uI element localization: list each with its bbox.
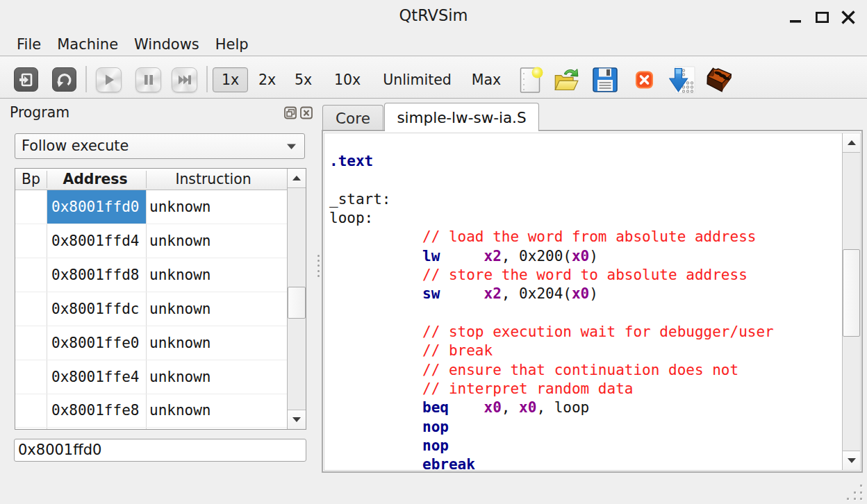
column-header-address[interactable]: Address xyxy=(47,169,144,190)
speed-5x-button[interactable]: 5x xyxy=(286,67,322,92)
code-token-comment: // interpret random data xyxy=(422,380,633,397)
code-token-plain: ) xyxy=(589,248,598,264)
cell-instruction: unknown xyxy=(149,190,211,224)
speed-max-button[interactable]: Max xyxy=(463,67,510,92)
grip-dot xyxy=(854,492,856,494)
grip-dot xyxy=(860,485,862,487)
scroll-down-button[interactable] xyxy=(843,451,860,470)
table-row[interactable]: 0x8001ffe0unknown xyxy=(15,326,287,360)
grip-dot xyxy=(847,498,849,500)
code-line: _start: xyxy=(329,190,839,209)
compile-source-button[interactable] xyxy=(669,67,695,93)
pause-button[interactable] xyxy=(135,67,161,92)
speed-1x-button[interactable]: 1x xyxy=(213,67,248,92)
cell-instruction: unknown xyxy=(149,224,211,258)
follow-mode-combobox[interactable]: Follow execute xyxy=(15,133,305,159)
dock-title: Program xyxy=(10,104,69,121)
code-token-register: x0 xyxy=(484,399,502,416)
code-token-instruction: nop xyxy=(422,437,449,454)
code-token-instruction: nop xyxy=(422,419,449,435)
header-separator xyxy=(146,171,147,188)
code-line: nop xyxy=(329,437,839,455)
save-source-button[interactable] xyxy=(592,67,618,93)
splitter-dot xyxy=(317,260,320,262)
address-input[interactable]: 0x8001ffd0 xyxy=(14,439,306,462)
code-line: // load the word from absolute address xyxy=(329,228,839,246)
code-token-comment: // store the word to absolute address xyxy=(422,267,748,283)
dock-close-button[interactable] xyxy=(300,106,313,119)
table-row[interactable]: 0x8001ffe4unknown xyxy=(15,360,287,394)
speed-10x-button[interactable]: 10x xyxy=(326,67,369,92)
reset-circular-arrow-icon xyxy=(55,70,74,90)
table-row[interactable]: 0x8001ffd4unknown xyxy=(15,224,287,258)
run-button[interactable] xyxy=(96,67,122,92)
chevron-down-icon xyxy=(286,143,297,150)
dock-float-button[interactable] xyxy=(284,106,297,119)
table-row[interactable]: 0x8001ffd8unknown xyxy=(15,258,287,292)
code-line: ebreak xyxy=(329,455,839,471)
column-header-instruction[interactable]: Instruction xyxy=(146,169,281,190)
editor-pane: .text_start:loop:// load the word from a… xyxy=(322,130,863,473)
open-source-button[interactable] xyxy=(554,67,580,93)
speed-unlimited-button[interactable]: Unlimited xyxy=(374,67,461,92)
table-row[interactable]: 0x8001ffd0unknown xyxy=(15,190,287,224)
code-token-plain: , 0x200( xyxy=(502,248,572,264)
code-token-instruction: beq xyxy=(422,399,449,416)
menu-help[interactable]: Help xyxy=(207,33,256,56)
table-body: 0x8001ffd0unknown0x8001ffd4unknown0x8001… xyxy=(15,190,287,429)
brick-icon xyxy=(706,65,732,94)
table-vertical-scrollbar[interactable] xyxy=(287,169,306,429)
code-token-register: x0 xyxy=(572,248,589,264)
cell-address: 0x8001ffd4 xyxy=(51,224,139,258)
step-button[interactable] xyxy=(172,67,197,92)
code-line: sw x2, 0x204(x0) xyxy=(329,285,839,303)
compile-arrow-icon xyxy=(669,65,695,94)
reload-machine-button[interactable] xyxy=(52,67,76,92)
open-folder-icon xyxy=(554,66,580,94)
cell-instruction: unknown xyxy=(149,258,211,292)
scroll-down-button[interactable] xyxy=(288,410,306,429)
new-machine-button[interactable] xyxy=(14,67,38,92)
address-input-value: 0x8001ffd0 xyxy=(18,439,101,461)
speed-2x-button[interactable]: 2x xyxy=(249,67,286,92)
code-token-comment: // stop execution wait for debugger/user xyxy=(422,324,774,340)
table-row[interactable]: 0x8001ffe8unknown xyxy=(15,394,287,428)
code-line: // stop execution wait for debugger/user xyxy=(329,323,839,342)
scroll-up-button[interactable] xyxy=(843,133,860,153)
menu-windows[interactable]: Windows xyxy=(126,33,208,56)
code-token-plain: _start: xyxy=(329,191,391,208)
close-source-button[interactable] xyxy=(631,71,657,89)
menu-file[interactable]: File xyxy=(9,33,49,56)
scroll-up-button[interactable] xyxy=(288,169,306,188)
splitter-dot xyxy=(317,270,320,272)
code-token-instruction: lw xyxy=(422,248,440,264)
tab-source-file[interactable]: simple-lw-sw-ia.S xyxy=(384,103,539,131)
cell-address: 0x8001ffdc xyxy=(51,292,139,326)
minimize-button[interactable] xyxy=(788,8,802,25)
build-executable-button[interactable] xyxy=(706,67,732,93)
column-header-bp[interactable]: Bp xyxy=(15,169,47,190)
grip-dot xyxy=(860,498,862,500)
code-token-register: x0 xyxy=(519,399,536,416)
code-token-register: x2 xyxy=(484,285,502,302)
code-line xyxy=(329,304,839,323)
code-line: // store the word to absolute address xyxy=(329,266,839,285)
maximize-button[interactable] xyxy=(814,8,829,25)
menu-machine[interactable]: Machine xyxy=(49,33,126,56)
scrollbar-thumb[interactable] xyxy=(843,249,860,337)
code-line xyxy=(329,171,839,190)
pause-icon xyxy=(142,73,156,87)
tab-core[interactable]: Core xyxy=(322,105,383,131)
code-token-plain: , xyxy=(502,399,519,416)
table-row[interactable]: 0x8001ffdcunknown xyxy=(15,292,287,326)
close-button[interactable] xyxy=(840,7,857,25)
source-editor[interactable]: .text_start:loop:// load the word from a… xyxy=(324,133,861,471)
editor-vertical-scrollbar[interactable] xyxy=(842,133,860,470)
cell-address: 0x8001ffd8 xyxy=(51,258,139,292)
cell-instruction: unknown xyxy=(149,394,211,427)
code-line: nop xyxy=(329,418,839,437)
scrollbar-thumb[interactable] xyxy=(288,287,306,319)
close-cross-icon xyxy=(635,71,654,89)
code-token-register: x0 xyxy=(572,285,589,302)
new-source-button[interactable] xyxy=(518,67,545,93)
